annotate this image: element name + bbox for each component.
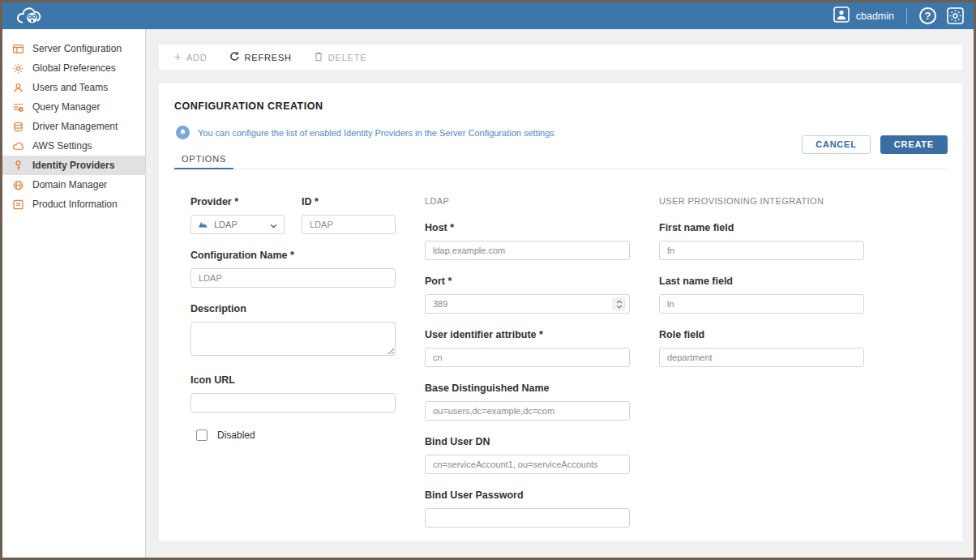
main-content-area: + ADD REFRESH: [146, 29, 974, 558]
port-input[interactable]: [425, 294, 630, 314]
identity-provider-form: Provider * ID *: [190, 196, 948, 541]
settings-icon[interactable]: [947, 7, 964, 24]
base-distinguished-name-label: Base Distinguished Name: [425, 383, 630, 394]
cloudbeaver-logo-icon[interactable]: [15, 6, 45, 27]
last-name-field-input[interactable]: [659, 294, 864, 314]
topbar-divider: [906, 8, 907, 24]
sidebar-item-aws-settings[interactable]: AWS Settings: [2, 136, 145, 156]
provider-select[interactable]: LDAP: [190, 215, 285, 234]
panel-actions: CANCEL CREATE: [802, 135, 948, 154]
bell-icon: [176, 126, 190, 139]
user-menu[interactable]: cbadmin: [833, 6, 894, 26]
id-label: ID *: [302, 196, 396, 207]
bind-user-dn-label: Bind User DN: [425, 436, 630, 447]
info-message: You can configure the list of enabled Id…: [198, 128, 554, 138]
general-column: Provider * ID *: [190, 196, 396, 541]
configuration-name-label: Configuration Name *: [190, 250, 396, 261]
user-avatar-icon: [833, 6, 850, 26]
icon-url-input[interactable]: [190, 393, 396, 413]
first-name-field-label: First name field: [659, 222, 864, 233]
sidebar-item-label: Query Manager: [32, 101, 100, 113]
first-name-field-input[interactable]: [659, 241, 864, 260]
add-button-label: ADD: [186, 53, 208, 62]
help-icon[interactable]: ?: [919, 7, 936, 24]
ldap-provider-icon: [198, 217, 208, 232]
document-icon: [12, 199, 24, 211]
host-input[interactable]: [425, 241, 630, 260]
host-label: Host *: [425, 222, 630, 233]
admin-sidebar: Server Configuration Global Preferences: [2, 29, 146, 558]
database-icon: [12, 121, 24, 133]
sidebar-item-label: Server Configuration: [32, 43, 122, 54]
app-window: cbadmin ? Server Configu: [0, 0, 976, 560]
user-icon: [12, 82, 24, 94]
description-textarea[interactable]: [190, 322, 396, 356]
configuration-name-input[interactable]: [190, 268, 396, 288]
configuration-creation-panel: CONFIGURATION CREATION You can configure…: [159, 83, 962, 541]
sidebar-item-server-configuration[interactable]: Server Configuration: [2, 39, 145, 58]
globe-icon: [12, 179, 24, 191]
cancel-button[interactable]: CANCEL: [802, 135, 871, 154]
id-input[interactable]: [302, 215, 396, 234]
port-stepper[interactable]: [612, 297, 626, 311]
query-list-clock-icon: [12, 101, 24, 113]
plus-icon: +: [174, 53, 182, 62]
sidebar-item-identity-providers[interactable]: Identity Providers: [2, 156, 145, 175]
gear-icon: [12, 62, 24, 75]
sidebar-item-product-information[interactable]: Product Information: [2, 195, 145, 214]
disabled-checkbox-label: Disabled: [217, 430, 255, 441]
bind-user-dn-input[interactable]: [425, 455, 630, 474]
user-identifier-attribute-input[interactable]: [425, 348, 630, 367]
base-distinguished-name-input[interactable]: [425, 401, 630, 421]
add-button[interactable]: + ADD: [174, 53, 208, 62]
sidebar-item-users-and-teams[interactable]: Users and Teams: [2, 78, 145, 97]
user-identifier-attribute-label: User identifier attribute *: [425, 329, 630, 340]
key-icon: [12, 160, 24, 172]
delete-button[interactable]: DELETE: [314, 51, 367, 63]
page-title: CONFIGURATION CREATION: [174, 100, 948, 112]
sidebar-item-query-manager[interactable]: Query Manager: [2, 97, 145, 117]
sidebar-item-global-preferences[interactable]: Global Preferences: [2, 58, 145, 78]
ldap-column: LDAP Host * Port *: [425, 196, 630, 541]
sidebar-item-label: Identity Providers: [32, 160, 114, 171]
sidebar-item-label: Domain Manager: [32, 179, 107, 190]
bind-user-password-input[interactable]: [425, 508, 630, 528]
description-label: Description: [190, 303, 396, 314]
toolbar: + ADD REFRESH: [159, 45, 962, 70]
trash-icon: [314, 51, 323, 63]
sidebar-item-label: Users and Teams: [32, 82, 108, 93]
disabled-checkbox[interactable]: [196, 430, 208, 441]
role-field-label: Role field: [659, 329, 864, 340]
delete-button-label: DELETE: [328, 53, 367, 62]
ldap-section-header: LDAP: [425, 196, 630, 207]
chevron-down-icon: [270, 217, 277, 232]
last-name-field-label: Last name field: [659, 276, 864, 287]
provisioning-column: USER PROVISIONING INTEGRATION First name…: [659, 196, 864, 541]
bind-user-password-label: Bind User Password: [425, 489, 630, 501]
role-field-input[interactable]: [659, 348, 864, 367]
user-name: cbadmin: [856, 11, 894, 22]
refresh-button-label: REFRESH: [245, 53, 292, 62]
port-label: Port *: [425, 276, 630, 287]
provider-label: Provider *: [190, 196, 285, 207]
cloud-icon: [12, 140, 24, 152]
provisioning-section-header: USER PROVISIONING INTEGRATION: [659, 196, 864, 207]
refresh-icon: [229, 51, 240, 63]
sidebar-item-label: Global Preferences: [32, 62, 116, 74]
sidebar-item-label: Driver Management: [32, 121, 118, 132]
refresh-button[interactable]: REFRESH: [229, 51, 292, 63]
server-configuration-icon: [12, 43, 24, 55]
sidebar-item-driver-management[interactable]: Driver Management: [2, 117, 145, 136]
icon-url-label: Icon URL: [190, 374, 396, 386]
provider-selected-value: LDAP: [214, 220, 264, 229]
sidebar-item-domain-manager[interactable]: Domain Manager: [2, 175, 145, 195]
disabled-checkbox-row[interactable]: Disabled: [196, 430, 396, 441]
sidebar-item-label: Product Information: [32, 199, 118, 210]
top-header-bar: cbadmin ?: [2, 2, 974, 29]
tab-options[interactable]: OPTIONS: [174, 149, 233, 169]
sidebar-item-label: AWS Settings: [32, 140, 92, 152]
create-button[interactable]: CREATE: [880, 135, 948, 154]
